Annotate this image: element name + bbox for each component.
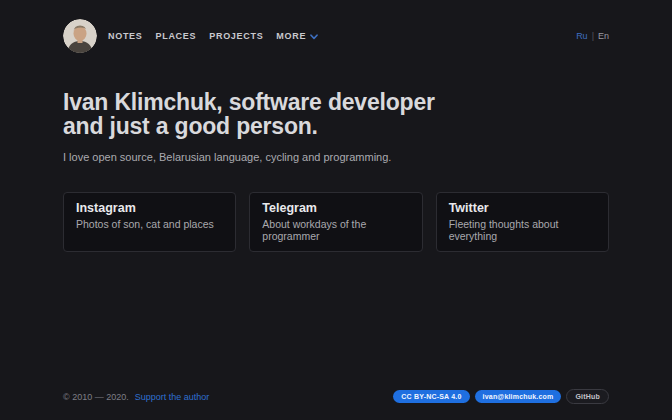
footer: © 2010 — 2020. Support the author CC BY-… <box>63 389 609 420</box>
page-title-line-1: Ivan Klimchuk, software developer <box>63 91 609 115</box>
email-badge[interactable]: ivan@klimchuk.com <box>475 390 562 403</box>
license-badge[interactable]: CC BY-NC-SA 4.0 <box>393 390 469 403</box>
page-title: Ivan Klimchuk, software developer and ju… <box>63 91 609 138</box>
card-description: About workdays of the programmer <box>262 218 409 242</box>
lang-divider: | <box>592 31 594 41</box>
card-description: Fleeting thoughts about everything <box>449 218 596 242</box>
copyright-text: © 2010 — 2020. <box>63 392 129 402</box>
avatar-photo <box>63 19 97 53</box>
card-telegram[interactable]: Telegram About workdays of the programme… <box>249 192 422 252</box>
page: Notes Places Projects More Ru | En Ivan … <box>0 0 672 420</box>
nav-item-more[interactable]: More <box>276 31 318 41</box>
card-title: Telegram <box>262 201 409 216</box>
lang-option-en: En <box>598 31 609 41</box>
support-author-link[interactable]: Support the author <box>135 392 210 402</box>
top-navigation: Notes Places Projects More Ru | En <box>63 0 609 53</box>
footer-left: © 2010 — 2020. Support the author <box>63 392 209 402</box>
social-cards: Instagram Photos of son, cat and places … <box>63 192 609 252</box>
nav-links: Notes Places Projects More <box>108 31 318 41</box>
nav-item-label: Places <box>156 31 197 41</box>
card-title: Instagram <box>76 201 223 216</box>
nav-item-notes[interactable]: Notes <box>108 31 143 41</box>
github-badge[interactable]: GitHub <box>566 389 609 404</box>
hero-subtitle: I love open source, Belarusian language,… <box>63 151 609 163</box>
avatar[interactable] <box>63 19 97 53</box>
nav-item-label: Projects <box>209 31 263 41</box>
footer-badges: CC BY-NC-SA 4.0 ivan@klimchuk.com GitHub <box>393 389 609 404</box>
nav-item-label: More <box>276 31 306 41</box>
chevron-down-icon <box>310 34 318 40</box>
card-instagram[interactable]: Instagram Photos of son, cat and places <box>63 192 236 252</box>
card-twitter[interactable]: Twitter Fleeting thoughts about everythi… <box>436 192 609 252</box>
nav-item-places[interactable]: Places <box>156 31 197 41</box>
hero-section: Ivan Klimchuk, software developer and ju… <box>63 91 609 163</box>
language-switcher: Ru | En <box>576 31 609 41</box>
card-description: Photos of son, cat and places <box>76 218 223 230</box>
lang-option-ru[interactable]: Ru <box>576 31 588 41</box>
card-title: Twitter <box>449 201 596 216</box>
nav-item-projects[interactable]: Projects <box>209 31 263 41</box>
nav-item-label: Notes <box>108 31 143 41</box>
page-title-line-2: and just a good person. <box>63 115 609 139</box>
